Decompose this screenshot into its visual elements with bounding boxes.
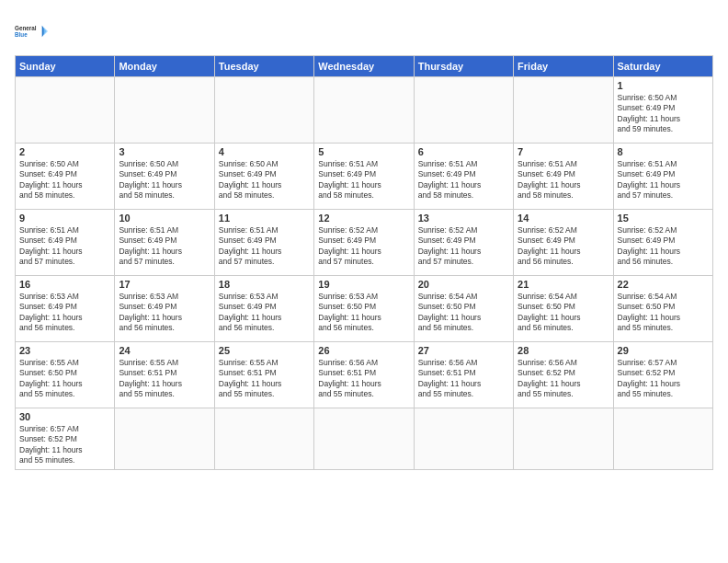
- calendar-week-row: 23Sunrise: 6:55 AMSunset: 6:50 PMDayligh…: [16, 342, 713, 408]
- day-info: Sunrise: 6:54 AMSunset: 6:50 PMDaylight:…: [518, 292, 609, 334]
- col-header-sunday: Sunday: [16, 56, 115, 77]
- day-info: Sunrise: 6:54 AMSunset: 6:50 PMDaylight:…: [618, 292, 709, 334]
- day-number: 18: [219, 279, 310, 290]
- col-header-friday: Friday: [514, 56, 613, 77]
- day-info: Sunrise: 6:53 AMSunset: 6:49 PMDaylight:…: [19, 292, 110, 334]
- day-number: 24: [119, 345, 210, 356]
- day-info: Sunrise: 6:51 AMSunset: 6:49 PMDaylight:…: [618, 159, 709, 201]
- day-number: 10: [119, 213, 210, 224]
- day-info: Sunrise: 6:51 AMSunset: 6:49 PMDaylight:…: [318, 159, 409, 201]
- calendar-cell: 9Sunrise: 6:51 AMSunset: 6:49 PMDaylight…: [16, 210, 115, 276]
- day-number: 9: [19, 213, 110, 224]
- calendar-cell: [414, 77, 513, 144]
- col-header-wednesday: Wednesday: [314, 56, 414, 77]
- day-info: Sunrise: 6:57 AMSunset: 6:52 PMDaylight:…: [618, 358, 709, 400]
- day-info: Sunrise: 6:55 AMSunset: 6:50 PMDaylight:…: [19, 358, 110, 400]
- day-number: 28: [518, 345, 609, 356]
- day-number: 27: [418, 345, 509, 356]
- calendar-table: SundayMondayTuesdayWednesdayThursdayFrid…: [15, 55, 713, 470]
- calendar-cell: 1Sunrise: 6:50 AMSunset: 6:49 PMDaylight…: [613, 77, 712, 144]
- calendar-cell: [613, 408, 712, 470]
- calendar-cell: 20Sunrise: 6:54 AMSunset: 6:50 PMDayligh…: [414, 276, 513, 342]
- day-info: Sunrise: 6:52 AMSunset: 6:49 PMDaylight:…: [418, 225, 509, 268]
- day-info: Sunrise: 6:51 AMSunset: 6:49 PMDaylight:…: [219, 225, 310, 268]
- day-info: Sunrise: 6:50 AMSunset: 6:49 PMDaylight:…: [219, 159, 310, 201]
- day-number: 1: [618, 80, 709, 91]
- day-info: Sunrise: 6:53 AMSunset: 6:50 PMDaylight:…: [318, 292, 409, 334]
- col-header-monday: Monday: [115, 56, 214, 77]
- header: General Blue: [15, 15, 713, 48]
- col-header-thursday: Thursday: [414, 56, 513, 77]
- calendar-cell: 6Sunrise: 6:51 AMSunset: 6:49 PMDaylight…: [414, 144, 513, 210]
- day-number: 6: [418, 146, 509, 157]
- calendar-week-row: 9Sunrise: 6:51 AMSunset: 6:49 PMDaylight…: [16, 210, 713, 276]
- calendar-cell: 30Sunrise: 6:57 AMSunset: 6:52 PMDayligh…: [16, 408, 115, 470]
- day-number: 4: [219, 146, 310, 157]
- calendar-cell: 16Sunrise: 6:53 AMSunset: 6:49 PMDayligh…: [16, 276, 115, 342]
- day-info: Sunrise: 6:56 AMSunset: 6:51 PMDaylight:…: [318, 358, 409, 400]
- day-info: Sunrise: 6:51 AMSunset: 6:49 PMDaylight:…: [119, 225, 210, 268]
- calendar-cell: [514, 408, 613, 470]
- calendar-week-row: 16Sunrise: 6:53 AMSunset: 6:49 PMDayligh…: [16, 276, 713, 342]
- day-number: 26: [318, 345, 409, 356]
- calendar-cell: [314, 77, 414, 144]
- day-info: Sunrise: 6:50 AMSunset: 6:49 PMDaylight:…: [618, 93, 709, 135]
- day-number: 23: [19, 345, 110, 356]
- calendar-cell: 11Sunrise: 6:51 AMSunset: 6:49 PMDayligh…: [214, 210, 313, 276]
- day-info: Sunrise: 6:54 AMSunset: 6:50 PMDaylight:…: [418, 292, 509, 334]
- day-number: 13: [418, 213, 509, 224]
- calendar-week-row: 2Sunrise: 6:50 AMSunset: 6:49 PMDaylight…: [16, 144, 713, 210]
- day-info: Sunrise: 6:52 AMSunset: 6:49 PMDaylight:…: [518, 225, 609, 268]
- calendar-cell: 24Sunrise: 6:55 AMSunset: 6:51 PMDayligh…: [115, 342, 214, 408]
- calendar-cell: 13Sunrise: 6:52 AMSunset: 6:49 PMDayligh…: [414, 210, 513, 276]
- day-number: 5: [318, 146, 409, 157]
- day-number: 14: [518, 213, 609, 224]
- col-header-tuesday: Tuesday: [214, 56, 313, 77]
- day-info: Sunrise: 6:56 AMSunset: 6:51 PMDaylight:…: [418, 358, 509, 400]
- calendar-cell: 3Sunrise: 6:50 AMSunset: 6:49 PMDaylight…: [115, 144, 214, 210]
- calendar-cell: 18Sunrise: 6:53 AMSunset: 6:49 PMDayligh…: [214, 276, 313, 342]
- svg-text:General: General: [15, 25, 37, 31]
- calendar-cell: 26Sunrise: 6:56 AMSunset: 6:51 PMDayligh…: [314, 342, 414, 408]
- calendar-cell: 4Sunrise: 6:50 AMSunset: 6:49 PMDaylight…: [214, 144, 313, 210]
- calendar-cell: 19Sunrise: 6:53 AMSunset: 6:50 PMDayligh…: [314, 276, 414, 342]
- calendar-cell: 15Sunrise: 6:52 AMSunset: 6:49 PMDayligh…: [613, 210, 712, 276]
- calendar-week-row: 30Sunrise: 6:57 AMSunset: 6:52 PMDayligh…: [16, 408, 713, 470]
- calendar-header-row: SundayMondayTuesdayWednesdayThursdayFrid…: [16, 56, 713, 77]
- day-info: Sunrise: 6:51 AMSunset: 6:49 PMDaylight:…: [518, 159, 609, 201]
- day-info: Sunrise: 6:52 AMSunset: 6:49 PMDaylight:…: [618, 225, 709, 268]
- calendar-cell: 17Sunrise: 6:53 AMSunset: 6:49 PMDayligh…: [115, 276, 214, 342]
- day-info: Sunrise: 6:50 AMSunset: 6:49 PMDaylight:…: [19, 159, 110, 201]
- calendar-cell: 22Sunrise: 6:54 AMSunset: 6:50 PMDayligh…: [613, 276, 712, 342]
- day-info: Sunrise: 6:55 AMSunset: 6:51 PMDaylight:…: [219, 358, 310, 400]
- calendar-cell: [115, 77, 214, 144]
- day-number: 30: [19, 411, 110, 422]
- calendar-cell: [214, 408, 313, 470]
- calendar-cell: 21Sunrise: 6:54 AMSunset: 6:50 PMDayligh…: [514, 276, 613, 342]
- day-info: Sunrise: 6:55 AMSunset: 6:51 PMDaylight:…: [119, 358, 210, 400]
- calendar-cell: 27Sunrise: 6:56 AMSunset: 6:51 PMDayligh…: [414, 342, 513, 408]
- svg-marker-3: [44, 28, 49, 36]
- calendar-cell: 12Sunrise: 6:52 AMSunset: 6:49 PMDayligh…: [314, 210, 414, 276]
- day-number: 8: [618, 146, 709, 157]
- calendar-cell: [314, 408, 414, 470]
- calendar-cell: 23Sunrise: 6:55 AMSunset: 6:50 PMDayligh…: [16, 342, 115, 408]
- page: General Blue SundayMondayTuesdayWednesda…: [0, 0, 728, 563]
- calendar-cell: 7Sunrise: 6:51 AMSunset: 6:49 PMDaylight…: [514, 144, 613, 210]
- day-number: 7: [518, 146, 609, 157]
- col-header-saturday: Saturday: [613, 56, 712, 77]
- day-info: Sunrise: 6:56 AMSunset: 6:52 PMDaylight:…: [518, 358, 609, 400]
- day-info: Sunrise: 6:51 AMSunset: 6:49 PMDaylight:…: [19, 225, 110, 268]
- day-number: 25: [219, 345, 310, 356]
- day-info: Sunrise: 6:53 AMSunset: 6:49 PMDaylight:…: [119, 292, 210, 334]
- day-number: 19: [318, 279, 409, 290]
- day-info: Sunrise: 6:52 AMSunset: 6:49 PMDaylight:…: [318, 225, 409, 268]
- calendar-cell: 10Sunrise: 6:51 AMSunset: 6:49 PMDayligh…: [115, 210, 214, 276]
- day-number: 17: [119, 279, 210, 290]
- day-info: Sunrise: 6:53 AMSunset: 6:49 PMDaylight:…: [219, 292, 310, 334]
- svg-text:Blue: Blue: [15, 31, 28, 38]
- calendar-cell: 2Sunrise: 6:50 AMSunset: 6:49 PMDaylight…: [16, 144, 115, 210]
- day-number: 15: [618, 213, 709, 224]
- calendar-cell: [414, 408, 513, 470]
- calendar-cell: 14Sunrise: 6:52 AMSunset: 6:49 PMDayligh…: [514, 210, 613, 276]
